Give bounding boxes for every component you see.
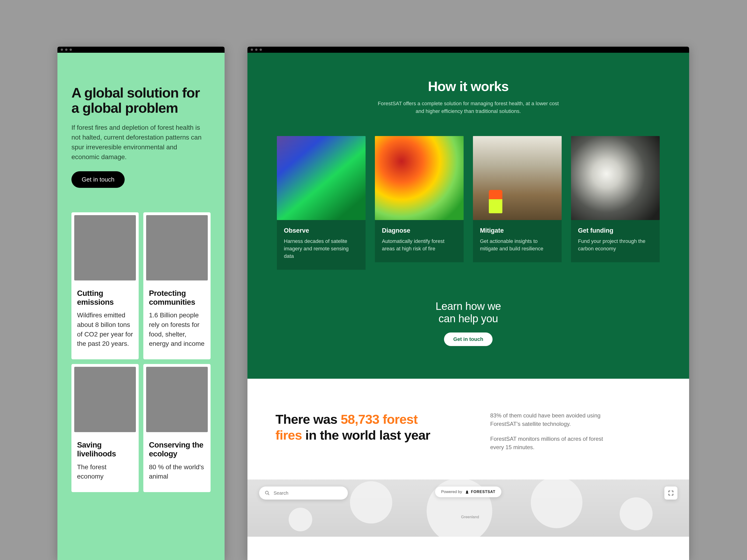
desktop-titlebar: [248, 47, 689, 53]
fullscreen-button[interactable]: [664, 486, 677, 500]
cta-heading: Learn how we can help you: [271, 300, 666, 325]
powered-by-label: Powered by: [441, 489, 462, 494]
card-image: [74, 367, 136, 432]
desktop-window: How it works ForestSAT offers a complete…: [248, 47, 689, 560]
stats-side-1: 83% of them could have been avoided usin…: [490, 411, 612, 428]
value-card[interactable]: Protecting communities 1.6 Billion peopl…: [143, 212, 211, 359]
how-it-works-title: How it works: [361, 78, 576, 94]
card-body: The forest economy: [77, 462, 133, 481]
traffic-light-minimize-icon[interactable]: [255, 49, 257, 51]
step-body: Fund your project through the carbon eco…: [578, 238, 653, 252]
value-card[interactable]: Saving livelihoods The forest economy: [72, 364, 139, 492]
step-title: Diagnose: [382, 227, 457, 234]
traffic-light-zoom-icon[interactable]: [260, 49, 262, 51]
map-search-input[interactable]: [274, 490, 342, 496]
hero-title: A global solution for a global problem: [72, 85, 211, 116]
map-region-label: Greenland: [461, 515, 479, 519]
step-title: Get funding: [578, 227, 653, 234]
card-title: Cutting emissions: [77, 289, 133, 306]
step-image: [473, 136, 562, 220]
step-image: [571, 136, 660, 220]
map-section[interactable]: Powered by FORESTSAT Greenland: [248, 480, 689, 537]
card-title: Protecting communities: [149, 289, 205, 306]
how-it-works-subtitle: ForestSAT offers a complete solution for…: [377, 100, 559, 115]
value-card[interactable]: Cutting emissions Wildfires emitted abou…: [72, 212, 139, 359]
step-body: Harness decades of satelite imagery and …: [284, 238, 359, 260]
card-body: Wildfires emitted about 8 billon tons of…: [77, 311, 133, 348]
traffic-light-close-icon[interactable]: [61, 49, 63, 51]
step-card[interactable]: Diagnose Automatically identify forest a…: [375, 136, 464, 270]
card-title: Saving livelihoods: [77, 441, 133, 458]
step-title: Observe: [284, 227, 359, 234]
steps-row: Observe Harness decades of satelite imag…: [277, 136, 660, 270]
svg-point-0: [265, 491, 268, 494]
step-body: Get actionable insights to mitigate and …: [480, 238, 555, 252]
search-icon: [265, 490, 270, 496]
step-title: Mitigate: [480, 227, 555, 234]
stats-side: 83% of them could have been avoided usin…: [490, 411, 612, 452]
step-card[interactable]: Get funding Fund your project through th…: [571, 136, 660, 270]
svg-line-1: [268, 494, 269, 495]
stats-side-2: ForestSAT monitors millions of acres of …: [490, 435, 612, 452]
get-in-touch-button[interactable]: Get in touch: [72, 171, 125, 188]
mobile-window: A global solution for a global problem I…: [57, 47, 225, 560]
how-it-works-section: How it works ForestSAT offers a complete…: [248, 53, 689, 379]
card-body: 1.6 Billion people rely on forests for f…: [149, 311, 205, 348]
expand-icon: [668, 490, 674, 496]
get-in-touch-button[interactable]: Get in touch: [444, 332, 493, 346]
step-image: [277, 136, 365, 220]
card-image: [146, 215, 208, 281]
value-card[interactable]: Conserving the ecology 80 % of the world…: [143, 364, 211, 492]
mobile-titlebar: [57, 47, 225, 53]
powered-by-badge[interactable]: Powered by FORESTSAT: [435, 486, 501, 497]
hero-body: If forest fires and depletion of forest …: [72, 123, 202, 162]
stats-headline: There was 58,733 forest fires in the wor…: [276, 411, 443, 443]
step-body: Automatically identify forest areas at h…: [382, 238, 457, 252]
card-image: [146, 367, 208, 432]
value-cards-grid: Cutting emissions Wildfires emitted abou…: [72, 212, 211, 492]
step-image: [375, 136, 464, 220]
tree-icon: [465, 490, 469, 494]
map-search[interactable]: [259, 486, 348, 500]
card-body: 80 % of the world's animal: [149, 462, 205, 481]
card-image: [74, 215, 136, 281]
traffic-light-zoom-icon[interactable]: [70, 49, 72, 51]
traffic-light-minimize-icon[interactable]: [65, 49, 68, 51]
brand: FORESTSAT: [465, 490, 496, 494]
cta-block: Learn how we can help you Get in touch: [271, 300, 666, 346]
step-card[interactable]: Observe Harness decades of satelite imag…: [277, 136, 365, 270]
stats-section: There was 58,733 forest fires in the wor…: [248, 379, 689, 480]
step-card[interactable]: Mitigate Get actionable insights to miti…: [473, 136, 562, 270]
traffic-light-close-icon[interactable]: [251, 49, 253, 51]
card-title: Conserving the ecology: [149, 441, 205, 458]
